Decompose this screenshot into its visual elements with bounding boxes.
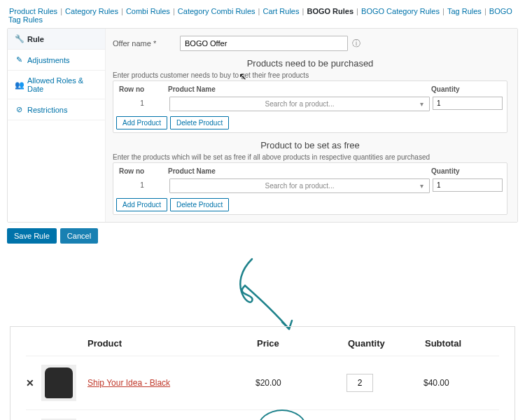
col-qty: Quantity xyxy=(431,167,501,175)
sidebar-item-label: Adjustments xyxy=(27,56,70,64)
subtotal-cell: $40.00 xyxy=(424,378,499,388)
product-select[interactable]: Search for a product... xyxy=(169,178,430,193)
tab-separator: | xyxy=(482,7,489,15)
cart-head-product: Product xyxy=(88,338,257,349)
tab-separator: | xyxy=(440,7,447,15)
tab-separator: | xyxy=(354,7,360,15)
price-cell: $20.00 xyxy=(255,378,346,388)
tab-category-rules[interactable]: Category Rules xyxy=(65,7,118,15)
sidebar-item-rule[interactable]: 🔧Rule xyxy=(8,29,105,50)
tab-separator: | xyxy=(119,7,125,15)
product-thumb xyxy=(41,365,76,401)
offer-name-label: Offer name * xyxy=(113,39,176,48)
tab-separator: | xyxy=(300,7,306,15)
price-value: $20.00 xyxy=(255,378,281,388)
product-row: 1Search for a product... xyxy=(116,176,504,195)
cart-row: ✕Ship Your Idea - Black$20.00$40.00 xyxy=(26,356,499,410)
col-rowno: Row no xyxy=(119,167,168,175)
section-purchase-helper: Enter products customer needs to buy to … xyxy=(113,71,507,79)
action-bar: Save Rule Cancel xyxy=(7,228,518,244)
save-rule-button[interactable]: Save Rule xyxy=(7,228,57,244)
col-qty: Quantity xyxy=(431,85,501,93)
col-prod: Product Name xyxy=(168,167,431,175)
offer-name-input[interactable] xyxy=(180,36,348,51)
cancel-button[interactable]: Cancel xyxy=(60,228,98,244)
rule-sidebar: 🔧Rule✎Adjustments👥Allowed Roles & Date⊘R… xyxy=(8,29,106,222)
product-link[interactable]: Ship Your Idea - Black xyxy=(88,378,170,388)
tab-category-combi-rules[interactable]: Category Combi Rules xyxy=(178,7,255,15)
adjustments-icon: ✎ xyxy=(15,55,23,64)
tab-bogo-category-rules[interactable]: BOGO Category Rules xyxy=(361,7,440,15)
remove-item-button[interactable]: ✕ xyxy=(26,377,41,388)
sidebar-item-label: Restrictions xyxy=(27,106,67,114)
cart-qty-input[interactable] xyxy=(346,374,373,392)
annotation-arrow-icon xyxy=(214,252,312,336)
section-purchase-title: Products need to be purchased xyxy=(113,58,507,69)
tab-cart-rules[interactable]: Cart Rules xyxy=(262,7,299,15)
rule-panel: 🔧Rule✎Adjustments👥Allowed Roles & Date⊘R… xyxy=(7,28,518,223)
tab-separator: | xyxy=(171,7,177,15)
cart-table: Product Price Quantity Subtotal ✕Ship Yo… xyxy=(10,326,515,420)
delete-product-button-1[interactable]: Delete Product xyxy=(170,116,229,130)
product-select[interactable]: Search for a product... xyxy=(169,97,430,111)
quantity-input[interactable] xyxy=(433,97,503,110)
purchase-table: Row no Product Name Quantity 1Search for… xyxy=(113,80,507,133)
tab-combi-rules[interactable]: Combi Rules xyxy=(126,7,170,15)
cart-head-price: Price xyxy=(257,338,348,349)
sidebar-item-adjustments[interactable]: ✎Adjustments xyxy=(8,50,105,71)
rule-main: Offer name * ⓘ ↖ Products need to be pur… xyxy=(106,29,517,222)
add-product-button-2[interactable]: Add Product xyxy=(116,198,167,211)
rule-icon: 🔧 xyxy=(15,34,23,43)
section-free-title: Product to be set as free xyxy=(113,140,507,150)
allowed-icon: 👥 xyxy=(15,80,23,90)
sidebar-item-label: Allowed Roles & Date xyxy=(27,76,98,93)
restrictions-icon: ⊘ xyxy=(15,105,23,114)
rule-type-tabs: Product Rules | Category Rules | Combi R… xyxy=(0,0,525,28)
add-product-button-1[interactable]: Add Product xyxy=(116,116,167,130)
section-free-helper: Enter the products which will be set as … xyxy=(113,153,507,161)
quantity-input[interactable] xyxy=(433,178,503,192)
info-icon: ⓘ xyxy=(352,38,360,50)
cart-head-qty: Quantity xyxy=(348,338,425,349)
delete-product-button-2[interactable]: Delete Product xyxy=(170,198,229,211)
sidebar-item-restrictions[interactable]: ⊘Restrictions xyxy=(8,99,105,120)
cart-row: ✕Premium Quality$20.00$0.00$0.00 xyxy=(26,410,499,420)
tab-tag-rules[interactable]: Tag Rules xyxy=(447,7,482,15)
col-rowno: Row no xyxy=(119,85,168,93)
col-prod: Product Name xyxy=(168,85,431,93)
row-number: 1 xyxy=(118,178,167,193)
row-number: 1 xyxy=(118,97,167,111)
tab-separator: | xyxy=(58,7,64,15)
tshirt-icon xyxy=(45,368,73,398)
tab-product-rules[interactable]: Product Rules xyxy=(9,7,57,15)
tab-bogo-rules[interactable]: BOGO Rules xyxy=(307,7,354,15)
cart-head-sub: Subtotal xyxy=(425,338,499,349)
tab-separator: | xyxy=(256,7,262,15)
sidebar-item-allowed-roles-date[interactable]: 👥Allowed Roles & Date xyxy=(8,71,105,99)
sidebar-item-label: Rule xyxy=(27,35,44,43)
product-row: 1Search for a product... xyxy=(116,94,504,113)
free-table: Row no Product Name Quantity 1Search for… xyxy=(113,162,507,215)
